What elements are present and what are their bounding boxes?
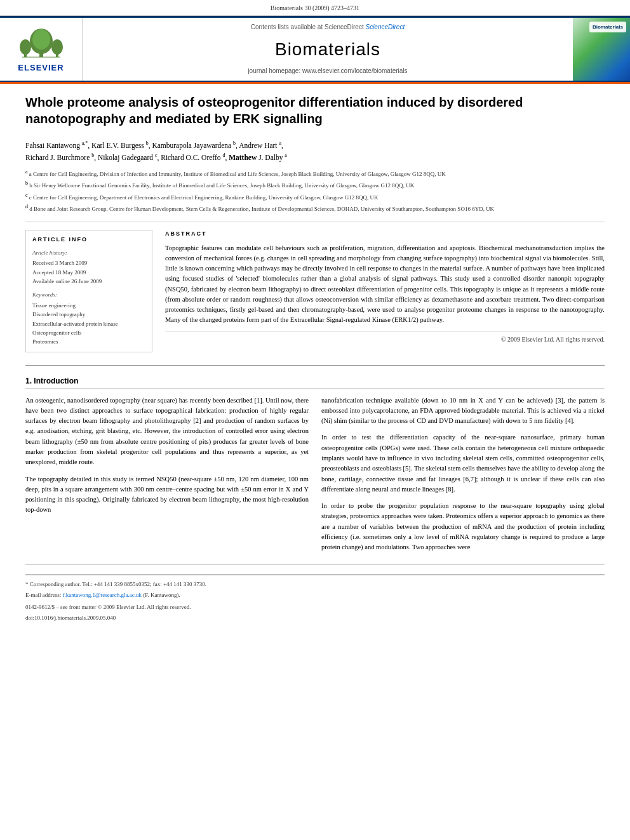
keyword-3: Extracellular-activated protein kinase (32, 319, 145, 328)
article-info-box: ARTICLE INFO Article history: Received 3… (25, 230, 152, 352)
keywords-list: Tissue engineering Disordered topography… (32, 301, 145, 347)
keyword-2: Disordered topography (32, 310, 145, 319)
main-content: Whole proteome analysis of osteoprogenit… (0, 84, 630, 634)
footer-area: * Corresponding author. Tel.: +44 141 33… (25, 575, 605, 622)
introduction-title: 1. Introduction (25, 376, 605, 389)
article-info-abstract-section: ARTICLE INFO Article history: Received 3… (25, 230, 605, 360)
history-label: Article history: (32, 249, 145, 257)
abstract-label: ABSTRACT (165, 230, 605, 238)
svg-point-4 (20, 39, 31, 55)
journal-header: ELSEVIER Contents lists available at Sci… (0, 18, 630, 82)
intro-para-3: nanofabrication technique available (dow… (321, 396, 605, 427)
svg-point-6 (51, 39, 63, 55)
journal-title: Biomaterials (275, 37, 380, 62)
authors-line: Fahsai Kantawong a,*, Karl E.V. Burgess … (25, 140, 605, 163)
affiliations: a a Centre for Cell Engineering, Divisio… (25, 168, 605, 222)
corresponding-note: * Corresponding author. Tel.: +44 141 33… (25, 580, 605, 589)
page-container: Biomaterials 30 (2009) 4723–4731 ELSEVI (0, 0, 630, 634)
svg-point-2 (32, 29, 50, 50)
license-note: 0142-9612/$ – see front matter © 2009 El… (25, 603, 605, 612)
intro-para-4: In order to test the differentiation cap… (321, 432, 605, 495)
sciencedirect-name[interactable]: ScienceDirect (365, 23, 405, 30)
biomaterials-badge: Biomaterials (589, 22, 626, 32)
intro-right-col: nanofabrication technique available (dow… (321, 396, 605, 559)
abstract-text: Topographic features can modulate cell b… (165, 243, 605, 326)
section-heading: Introduction (34, 377, 78, 385)
intro-para-2: The topography detailed in this study is… (25, 474, 309, 516)
left-column: ARTICLE INFO Article history: Received 3… (25, 230, 152, 360)
keyword-5: Proteomics (32, 337, 145, 346)
license-block: 0142-9612/$ – see front matter © 2009 El… (25, 603, 605, 622)
available-date: Available online 26 June 2009 (32, 277, 145, 286)
elsevier-logo-area: ELSEVIER (0, 18, 83, 81)
affil-4: d d Bone and Joint Research Group, Centr… (25, 203, 605, 214)
article-title: Whole proteome analysis of osteoprogenit… (25, 94, 605, 132)
journal-homepage: journal homepage: www.elsevier.com/locat… (248, 67, 407, 76)
email-note: E-mail address: f.kantawong.1@research.g… (25, 591, 605, 600)
top-citation-bar: Biomaterials 30 (2009) 4723–4731 (0, 0, 630, 16)
article-dates: Received 3 March 2009 Accepted 18 May 20… (32, 258, 145, 286)
introduction-section: 1. Introduction An osteogenic, nanodisor… (25, 376, 605, 559)
accepted-date: Accepted 18 May 2009 (32, 268, 145, 277)
affil-1: a a Centre for Cell Engineering, Divisio… (25, 168, 605, 179)
biomaterials-logo-area: Biomaterials (573, 18, 630, 81)
intro-two-col: An osteogenic, nanodisordered topography… (25, 396, 605, 559)
copyright-line: © 2009 Elsevier Ltd. All rights reserved… (165, 331, 605, 344)
keywords-label: Keywords: (32, 291, 145, 299)
email-link[interactable]: f.kantawong.1@research.gla.ac.uk (62, 592, 141, 598)
section-number: 1. (25, 377, 32, 385)
intro-left-col: An osteogenic, nanodisordered topography… (25, 396, 309, 559)
citation-text: Biomaterials 30 (2009) 4723–4731 (271, 4, 359, 11)
footer-divider (25, 564, 605, 564)
right-column: ABSTRACT Topographic features can modula… (165, 230, 605, 360)
affil-2: b b Sir Henry Wellcome Functional Genomi… (25, 180, 605, 190)
section-divider (25, 365, 605, 366)
intro-para-5: In order to probe the progenitor populat… (321, 501, 605, 552)
affil-3: c c Centre for Cell Engineering, Departm… (25, 192, 605, 203)
intro-para-1: An osteogenic, nanodisordered topography… (25, 396, 309, 468)
abstract-section: ABSTRACT Topographic features can modula… (165, 230, 605, 344)
keyword-1: Tissue engineering (32, 301, 145, 310)
elsevier-tree-icon (19, 25, 64, 60)
journal-center: Contents lists available at ScienceDirec… (83, 18, 573, 81)
article-info-label: ARTICLE INFO (32, 236, 145, 244)
keyword-4: Osteoprogenitor cells (32, 328, 145, 337)
sciencedirect-link: Contents lists available at ScienceDirec… (251, 23, 405, 32)
doi-note: doi:10.1016/j.biomaterials.2009.05.040 (25, 614, 605, 623)
elsevier-label: ELSEVIER (18, 62, 64, 74)
received-date: Received 3 March 2009 (32, 258, 145, 267)
